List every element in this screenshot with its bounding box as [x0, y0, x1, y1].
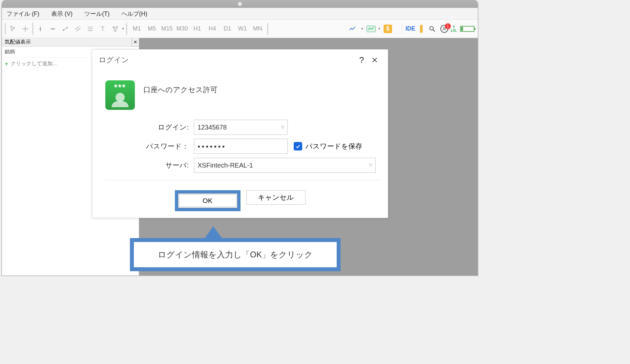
- toolbar-separator: [402, 24, 402, 34]
- callout-arrow-icon: [205, 226, 222, 238]
- search-icon[interactable]: [427, 23, 438, 34]
- panel-close-icon[interactable]: ×: [132, 38, 139, 47]
- server-select[interactable]: XSFintech-REAL-1 ▽: [194, 158, 376, 173]
- indicator-icon[interactable]: [367, 26, 376, 32]
- svg-line-9: [75, 26, 79, 29]
- svg-point-8: [67, 27, 68, 28]
- ide-button[interactable]: IDE: [404, 25, 417, 32]
- trend-line-icon[interactable]: [60, 23, 71, 34]
- app-window: ファイル (F) 表示 (V) ツール(T) ヘルプ(H) ▼ M1 M5 M1…: [2, 0, 478, 275]
- svg-point-7: [63, 30, 64, 30]
- svg-point-20: [444, 27, 445, 29]
- timeframe-w1[interactable]: W1: [236, 25, 249, 32]
- line-chart-icon[interactable]: [347, 23, 358, 34]
- chevron-down-icon[interactable]: ▽: [369, 163, 372, 168]
- dialog-title-bar: ログイン ?: [92, 50, 388, 71]
- text-icon[interactable]: [97, 23, 108, 34]
- shapes-icon[interactable]: [110, 23, 121, 34]
- title-bar-dot: [238, 2, 242, 6]
- crosshair-icon[interactable]: [20, 23, 31, 34]
- server-label: サーバ:: [105, 161, 194, 170]
- password-input[interactable]: ●●●●●●●: [194, 139, 288, 154]
- timeframe-m30[interactable]: M30: [175, 25, 189, 32]
- checkbox-checked-icon: [294, 142, 302, 151]
- timeframe-group: M1 M5 M15 M30 H1 H4 D1 W1 MN: [128, 25, 266, 32]
- timeframe-h1[interactable]: H1: [190, 25, 204, 32]
- indicator-dropdown-icon[interactable]: ▼: [378, 27, 382, 30]
- server-value: XSFintech-REAL-1: [198, 162, 253, 169]
- title-bar: [2, 0, 478, 8]
- login-input[interactable]: 12345678 ▽: [194, 120, 288, 135]
- fibonacci-icon[interactable]: [85, 23, 96, 34]
- profile-icon[interactable]: 1: [440, 25, 449, 33]
- callout-text: ログイン情報を入力し「OK」をクリック: [134, 242, 337, 267]
- trade-icon[interactable]: $: [384, 25, 392, 33]
- login-value: 12345678: [198, 124, 227, 131]
- horizontal-line-icon[interactable]: [47, 23, 58, 34]
- save-password-checkbox[interactable]: パスワードを保存: [294, 142, 362, 151]
- menu-file[interactable]: ファイル (F): [7, 10, 39, 18]
- svg-line-19: [433, 30, 435, 31]
- level-icon[interactable]: ⇡LVL: [451, 25, 457, 32]
- vertical-line-icon[interactable]: [35, 23, 46, 34]
- login-dialog: ログイン ? *** 口座へのアクセス許可 ログイン: 12345678 ▽: [92, 49, 388, 218]
- ok-button[interactable]: OK: [178, 193, 237, 208]
- svg-point-16: [116, 26, 118, 28]
- dialog-help-icon[interactable]: ?: [355, 53, 368, 67]
- menu-bar: ファイル (F) 表示 (V) ツール(T) ヘルプ(H): [2, 8, 478, 20]
- add-symbol-label: クリックして追加...: [10, 60, 57, 67]
- menu-tools[interactable]: ツール(T): [84, 10, 110, 18]
- cancel-button[interactable]: キャンセル: [246, 190, 305, 205]
- save-password-label: パスワードを保存: [305, 142, 362, 151]
- notification-badge: 1: [445, 23, 451, 29]
- dialog-title: ログイン: [99, 55, 129, 65]
- instruction-callout: ログイン情報を入力し「OK」をクリック: [130, 226, 341, 271]
- svg-point-18: [430, 26, 433, 30]
- timeframe-m1[interactable]: M1: [130, 25, 144, 32]
- svg-rect-17: [114, 29, 116, 31]
- timeframe-d1[interactable]: D1: [220, 25, 234, 32]
- toolbar-separator: [32, 23, 33, 35]
- toolbar-separator: [267, 23, 268, 35]
- menu-help[interactable]: ヘルプ(H): [121, 10, 147, 18]
- marker-icon[interactable]: [420, 25, 423, 33]
- toolbar: ▼ M1 M5 M15 M30 H1 H4 D1 W1 MN ▼ ▼ $ IDE: [2, 20, 478, 38]
- channel-icon[interactable]: [72, 23, 83, 34]
- panel-title: 気配値表示 ×: [2, 38, 139, 47]
- menu-view[interactable]: 表示 (V): [51, 10, 73, 18]
- svg-point-5: [52, 28, 53, 30]
- svg-line-10: [76, 28, 80, 31]
- password-label: パスワード：: [105, 142, 194, 151]
- chevron-down-icon[interactable]: ▽: [281, 125, 284, 130]
- toolbar-separator: [126, 23, 127, 35]
- battery-icon: [460, 26, 474, 32]
- timeframe-h4[interactable]: H4: [205, 25, 219, 32]
- dialog-prompt: 口座へのアクセス許可: [143, 80, 218, 95]
- timeframe-m15[interactable]: M15: [160, 25, 174, 32]
- panel-title-text: 気配値表示: [5, 39, 31, 46]
- timeframe-m5[interactable]: M5: [145, 25, 159, 32]
- login-label: ログイン:: [105, 123, 194, 132]
- plus-icon: +: [5, 61, 9, 67]
- cursor-icon[interactable]: [7, 23, 18, 34]
- login-user-icon: ***: [105, 80, 135, 110]
- shapes-dropdown-icon[interactable]: ▼: [121, 27, 125, 30]
- chart-type-dropdown-icon[interactable]: ▼: [361, 27, 365, 30]
- dialog-separator: [105, 180, 380, 180]
- ok-button-highlight: OK: [175, 190, 241, 211]
- svg-point-3: [40, 28, 41, 30]
- timeframe-mn[interactable]: MN: [251, 25, 264, 32]
- dialog-close-icon[interactable]: [368, 53, 381, 67]
- toolbar-separator: [5, 23, 6, 35]
